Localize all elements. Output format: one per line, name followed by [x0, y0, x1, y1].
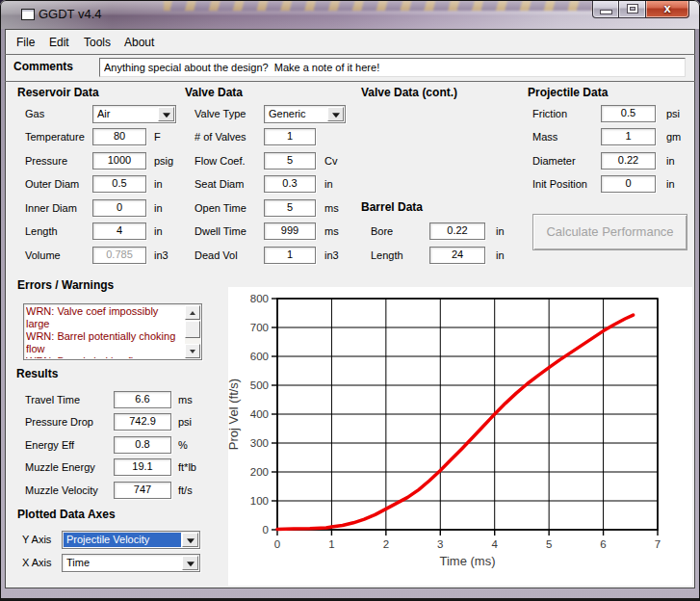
warning-item[interactable]: WRN: Barrel potentially choking flow	[26, 330, 183, 355]
mass-input[interactable]: 1	[601, 128, 656, 145]
x-axis-combo[interactable]: Time	[62, 554, 200, 572]
warnings-list: WRN: Valve coef impossibly large WRN: Ba…	[26, 305, 183, 358]
muzzle-energy-unit: ft*lb	[178, 461, 196, 473]
bore-input[interactable]: 0.22	[429, 222, 485, 240]
pressure-input[interactable]: 1000	[92, 152, 146, 170]
velocity-chart: 012345670100200300400500600700800Time (m…	[228, 287, 692, 586]
outer-diam-input[interactable]: 0.5	[92, 175, 146, 193]
x-tick-label: 5	[546, 538, 552, 550]
diameter-input[interactable]: 0.22	[601, 152, 656, 170]
warning-item[interactable]: WRN: Barrel choking flow	[26, 355, 183, 358]
dwell-time-input[interactable]: 999	[264, 222, 316, 240]
mass-label: Mass	[532, 131, 557, 143]
num-valves-input[interactable]: 1	[264, 128, 316, 145]
temperature-label: Temperature	[25, 131, 85, 143]
dwell-time-row: Dwell Time 999 ms	[194, 222, 353, 241]
open-time-unit: ms	[324, 202, 339, 214]
muzzle-energy-output: 19.1	[114, 458, 171, 476]
menu-item-tools[interactable]: Tools	[80, 34, 115, 51]
open-time-label: Open Time	[194, 202, 246, 214]
caption-buttons: x	[592, 0, 689, 18]
valve-data-header: Valve Data	[185, 86, 243, 99]
x-axis-title: Time (ms)	[439, 554, 495, 568]
barrel-length-input[interactable]: 24	[429, 247, 485, 264]
energy-eff-row: Energy Eff 0.8 %	[25, 436, 218, 455]
warning-item[interactable]: WRN: Valve coef impossibly large	[26, 305, 183, 330]
minimize-icon	[601, 11, 611, 13]
menu-item-edit[interactable]: Edit	[45, 34, 73, 51]
pressure-row: Pressure 1000 psig	[25, 152, 194, 170]
results-header: Results	[16, 367, 58, 380]
friction-input[interactable]: 0.5	[601, 105, 656, 122]
close-button[interactable]: x	[646, 0, 689, 18]
scroll-up-button[interactable]	[185, 305, 200, 320]
x-tick-label: 0	[274, 538, 280, 550]
calculate-performance-button[interactable]: Calculate Performance	[532, 214, 687, 250]
friction-label: Friction	[532, 108, 567, 119]
mass-row: Mass 1 gm	[532, 128, 691, 146]
dead-vol-label: Dead Vol	[194, 249, 238, 261]
reservoir-length-unit: in	[154, 225, 163, 237]
warnings-scrollbar[interactable]	[185, 305, 200, 358]
pressure-drop-label: Pressure Drop	[25, 416, 93, 428]
travel-time-output: 6.6	[114, 391, 171, 408]
menu-item-about[interactable]: About	[120, 34, 158, 51]
x-axis-combo-button[interactable]	[182, 556, 198, 570]
diameter-label: Diameter	[532, 155, 576, 167]
plotted-data-axes-header: Plotted Data Axes	[17, 508, 116, 521]
pressure-drop-row: Pressure Drop 742.9 psi	[25, 413, 218, 431]
init-position-unit: in	[666, 178, 675, 190]
outer-diam-row: Outer Diam 0.5 in	[25, 175, 194, 194]
warnings-listbox[interactable]: WRN: Valve coef impossibly large WRN: Ba…	[23, 303, 202, 360]
minimize-button[interactable]	[592, 0, 619, 18]
y-tick-label: 0	[263, 524, 269, 536]
inner-diam-input[interactable]: 0	[92, 199, 146, 217]
travel-time-unit: ms	[178, 394, 193, 405]
maximize-icon	[628, 5, 637, 13]
y-axis-combo-button[interactable]	[182, 533, 198, 547]
menu-item-file[interactable]: File	[13, 34, 39, 51]
flow-coef-input[interactable]: 5	[264, 152, 316, 170]
temperature-input[interactable]: 80	[92, 128, 146, 145]
valve-type-combo[interactable]: Generic	[264, 105, 346, 123]
comments-input[interactable]	[99, 58, 686, 77]
comments-label: Comments	[13, 60, 73, 73]
num-valves-label: # of Valves	[194, 131, 246, 143]
projectile-data-header: Projectile Data	[528, 86, 608, 99]
energy-eff-unit: %	[178, 439, 188, 451]
seat-diam-unit: in	[324, 178, 333, 190]
seat-diam-input[interactable]: 0.3	[264, 175, 316, 193]
seat-diam-row: Seat Diam 0.3 in	[194, 175, 353, 194]
valve-type-combo-button[interactable]	[327, 107, 344, 121]
menu-bar: File Edit Tools About	[5, 29, 695, 55]
title-bar[interactable]: GGDT v4.4 x	[0, 0, 700, 29]
energy-eff-output: 0.8	[114, 436, 171, 454]
y-axis-combo[interactable]: Projectile Velocity	[62, 531, 200, 549]
x-tick-label: 1	[328, 538, 334, 550]
num-valves-row: # of Valves 1	[194, 128, 353, 146]
init-position-input[interactable]: 0	[601, 175, 656, 193]
gas-label: Gas	[25, 108, 44, 119]
y-tick-label: 200	[250, 466, 269, 478]
maximize-button[interactable]	[619, 0, 646, 18]
close-icon: x	[646, 1, 688, 15]
friction-unit: psi	[666, 108, 680, 119]
reservoir-length-label: Length	[25, 225, 58, 237]
gas-combo[interactable]: Air	[92, 105, 176, 123]
y-tick-label: 700	[250, 322, 269, 333]
gas-combo-button[interactable]	[158, 107, 174, 121]
dead-vol-input[interactable]: 1	[264, 247, 316, 264]
pressure-label: Pressure	[25, 155, 67, 167]
barrel-length-row: Length 24 in	[371, 247, 525, 265]
x-axis-label: X Axis	[22, 557, 52, 568]
scrollbar-thumb[interactable]	[185, 321, 200, 338]
bore-unit: in	[496, 225, 505, 237]
seat-diam-label: Seat Diam	[194, 178, 244, 190]
dropdown-arrow-icon	[187, 538, 194, 543]
reservoir-length-input[interactable]: 4	[92, 222, 146, 240]
muzzle-energy-row: Muzzle Energy 19.1 ft*lb	[25, 458, 218, 477]
volume-unit: in3	[154, 249, 169, 261]
scroll-down-button[interactable]	[185, 344, 200, 358]
open-time-input[interactable]: 5	[264, 199, 316, 217]
dwell-time-label: Dwell Time	[194, 225, 246, 237]
